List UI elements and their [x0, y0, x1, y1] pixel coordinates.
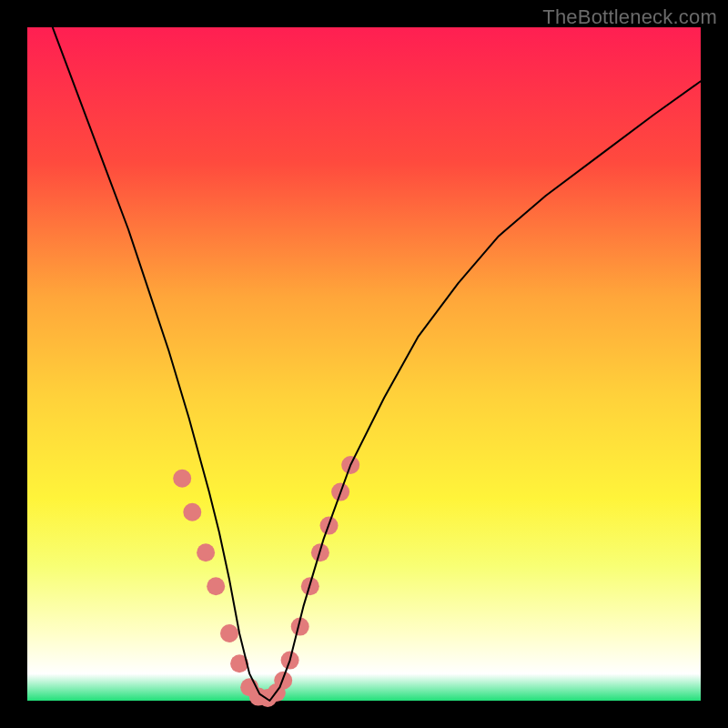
marker-dot	[207, 577, 225, 595]
marker-dot	[220, 624, 238, 642]
chart-svg	[0, 0, 728, 728]
marker-dot	[173, 470, 191, 488]
marker-dot	[183, 503, 201, 521]
attribution-label: TheBottleneck.com	[542, 5, 717, 29]
marker-dot	[197, 543, 215, 561]
chart-container: TheBottleneck.com	[0, 0, 728, 728]
plot-background	[27, 27, 701, 701]
